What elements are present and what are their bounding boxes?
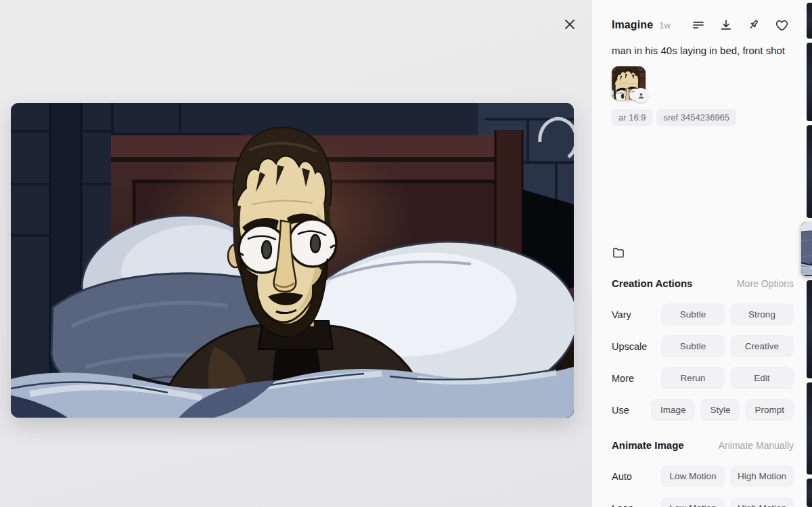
pin-button[interactable] <box>746 18 761 32</box>
like-button[interactable] <box>774 18 789 32</box>
edit-button[interactable]: Edit <box>730 367 794 389</box>
tag-aspect-ratio[interactable]: ar 16:9 <box>612 109 652 126</box>
action-row-use: Use Image Style Prompt <box>612 399 794 421</box>
tag-style-reference[interactable]: sref 3454236965 <box>656 109 736 126</box>
use-style-button[interactable]: Style <box>700 399 740 421</box>
heart-icon <box>775 18 789 32</box>
filmstrip-thumb[interactable] <box>807 43 812 121</box>
close-icon <box>563 18 577 31</box>
row-label-vary: Vary <box>612 309 631 320</box>
animate-image-title: Animate Image <box>612 439 684 451</box>
add-to-folder-button[interactable] <box>612 246 625 259</box>
action-row-loop: Loop Low Motion High Motion <box>612 497 794 507</box>
use-image-button[interactable]: Image <box>651 399 696 421</box>
detail-sidebar: Imagine 1w <box>592 0 812 507</box>
use-prompt-button[interactable]: Prompt <box>745 399 794 421</box>
action-row-vary: Vary Subtle Strong <box>612 303 794 326</box>
sidebar-header: Imagine 1w <box>612 18 794 32</box>
filmstrip-thumb[interactable] <box>807 3 812 39</box>
filmstrip-thumb[interactable] <box>807 125 812 218</box>
creation-actions-header: Creation Actions More Options <box>612 278 794 289</box>
close-button[interactable] <box>560 15 579 34</box>
folder-row <box>612 246 794 259</box>
action-row-upscale: Upscale Subtle Creative <box>612 335 794 357</box>
vary-subtle-button[interactable]: Subtle <box>661 303 725 326</box>
upscale-creative-button[interactable]: Creative <box>730 335 794 357</box>
row-label-upscale: Upscale <box>612 341 647 352</box>
bed-illustration <box>11 103 574 418</box>
prompt-image-thumbnail[interactable] <box>612 66 646 100</box>
job-type-title: Imagine <box>612 19 653 31</box>
filmstrip-thumb[interactable] <box>807 479 812 507</box>
action-row-more: More Rerun Edit <box>612 367 794 389</box>
filmstrip-thumb[interactable] <box>807 280 812 378</box>
row-label-auto: Auto <box>612 471 632 482</box>
filter-lines-button[interactable] <box>691 18 706 32</box>
viewer-panel <box>0 0 592 507</box>
auto-low-motion-button[interactable]: Low Motion <box>661 465 725 487</box>
row-label-loop: Loop <box>612 503 633 507</box>
job-age: 1w <box>659 20 671 30</box>
character-reference-badge <box>633 88 648 103</box>
loop-low-motion-button[interactable]: Low Motion <box>661 497 725 507</box>
filmstrip-thumb-active[interactable] <box>801 222 812 276</box>
creation-actions-title: Creation Actions <box>612 278 692 289</box>
download-button[interactable] <box>719 18 734 32</box>
auto-high-motion-button[interactable]: High Motion <box>730 465 794 487</box>
lightbox: Imagine 1w <box>0 0 812 507</box>
animate-manually-link[interactable]: Animate Manually <box>719 440 794 451</box>
download-icon <box>719 18 733 32</box>
parameter-tags: ar 16:9 sref 3454236965 <box>612 109 794 126</box>
loop-high-motion-button[interactable]: High Motion <box>730 497 794 507</box>
person-icon <box>637 91 646 100</box>
pin-icon <box>747 18 761 32</box>
folder-icon <box>612 246 625 259</box>
vary-strong-button[interactable]: Strong <box>730 303 794 326</box>
filter-lines-icon <box>692 18 705 32</box>
animate-image-header: Animate Image Animate Manually <box>612 439 794 451</box>
upscale-subtle-button[interactable]: Subtle <box>661 335 725 357</box>
prompt-text: man in his 40s laying in bed, front shot <box>612 44 794 58</box>
row-label-more: More <box>612 373 634 384</box>
action-row-auto: Auto Low Motion High Motion <box>612 465 794 487</box>
rerun-button[interactable]: Rerun <box>661 367 725 389</box>
filmstrip-thumb[interactable] <box>807 382 812 475</box>
row-label-use: Use <box>612 405 629 416</box>
generated-image[interactable] <box>11 103 574 418</box>
more-options-link[interactable]: More Options <box>737 278 794 289</box>
